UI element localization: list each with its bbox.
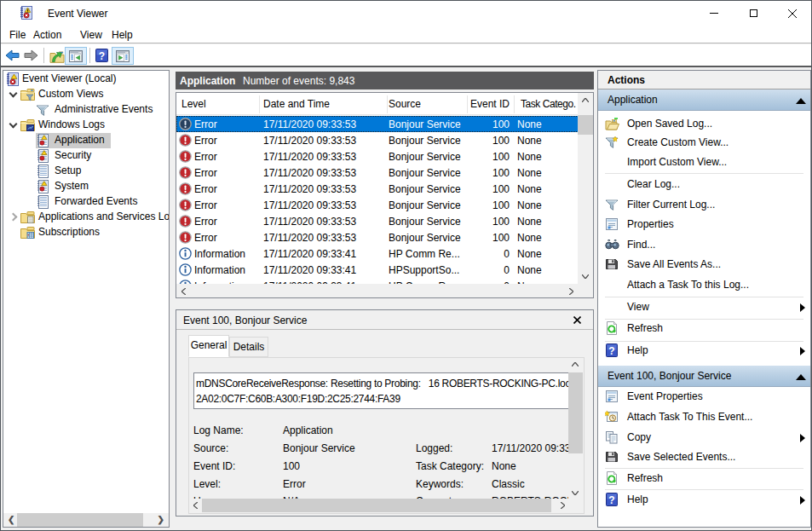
svg-text:?: ? — [99, 50, 105, 62]
